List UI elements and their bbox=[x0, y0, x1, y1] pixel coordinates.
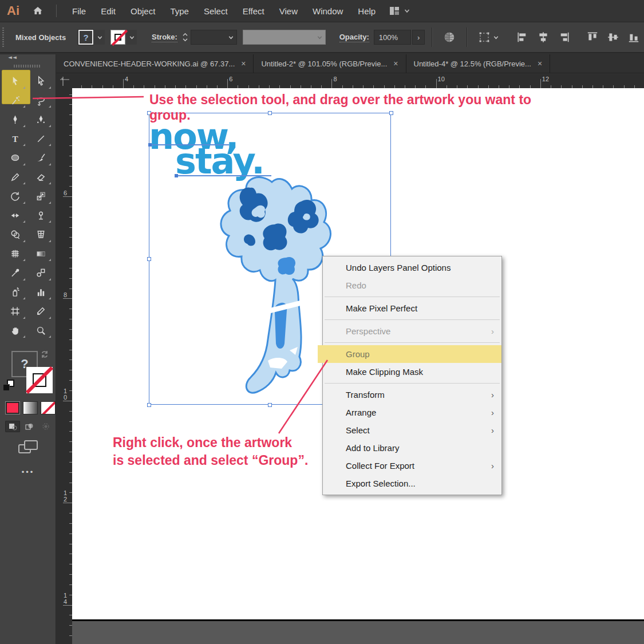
swap-fill-stroke-icon[interactable] bbox=[40, 350, 49, 359]
context-menu-item-add-to-library[interactable]: Add to Library bbox=[323, 439, 501, 457]
eraser-tool[interactable] bbox=[28, 168, 54, 187]
slice-tool[interactable] bbox=[28, 302, 54, 321]
opacity-expand-button[interactable]: › bbox=[412, 30, 425, 45]
document-tab[interactable]: CONVENIENCE-HEADER-WORKING.ai @ 67.37...… bbox=[56, 54, 254, 73]
pen-tool[interactable] bbox=[2, 110, 28, 129]
menubar-item-file[interactable]: File bbox=[65, 0, 93, 22]
fill-swatch[interactable]: ? bbox=[78, 30, 93, 45]
context-menu-item-undo-layers-panel-options[interactable]: Undo Layers Panel Options bbox=[323, 259, 501, 276]
tab-close-icon[interactable]: × bbox=[241, 59, 246, 68]
magic-wand-tool[interactable] bbox=[2, 91, 28, 110]
align-h-center-icon[interactable] bbox=[533, 26, 554, 49]
context-menu-item-arrange[interactable]: Arrange› bbox=[323, 404, 501, 421]
none-button[interactable] bbox=[41, 401, 56, 414]
menubar-item-window[interactable]: Window bbox=[305, 0, 350, 22]
document-setup-globe-icon[interactable] bbox=[439, 26, 460, 49]
opacity-input[interactable]: 100% bbox=[374, 30, 412, 45]
scale-tool[interactable] bbox=[28, 187, 54, 206]
selection-handle[interactable] bbox=[147, 257, 151, 261]
tab-close-icon[interactable]: × bbox=[393, 59, 398, 68]
tools-panel-grip[interactable] bbox=[14, 65, 41, 68]
menubar-item-view[interactable]: View bbox=[272, 0, 305, 22]
tab-close-icon[interactable]: × bbox=[538, 59, 542, 68]
context-menu-item-make-pixel-perfect[interactable]: Make Pixel Perfect bbox=[323, 299, 501, 317]
document-tab[interactable]: Untitled-4* @ 12.5% (RGB/Previe...× bbox=[406, 54, 551, 73]
selection-handle[interactable] bbox=[268, 403, 272, 407]
ellipse-tool[interactable] bbox=[2, 148, 28, 168]
ruler-tick bbox=[69, 544, 72, 544]
stroke-weight-dropdown[interactable] bbox=[191, 30, 237, 45]
fill-color-widget[interactable]: ? bbox=[78, 30, 105, 45]
rotate-tool[interactable] bbox=[2, 187, 28, 206]
default-fill-stroke-icon[interactable] bbox=[3, 380, 14, 391]
stroke-chevron-icon[interactable] bbox=[127, 30, 137, 45]
align-bottom-icon[interactable] bbox=[623, 26, 644, 49]
curvature-tool[interactable] bbox=[28, 110, 54, 129]
menubar-item-object[interactable]: Object bbox=[123, 0, 163, 22]
draw-behind-button[interactable] bbox=[22, 421, 37, 432]
context-menu-item-transform[interactable]: Transform› bbox=[323, 386, 501, 404]
zoom-tool[interactable] bbox=[28, 321, 54, 341]
ruler-tick bbox=[69, 114, 72, 115]
ruler-tick bbox=[69, 207, 72, 207]
gradient-button[interactable] bbox=[23, 401, 38, 414]
gradient-tool[interactable] bbox=[28, 244, 54, 264]
pencil-tool[interactable] bbox=[2, 168, 28, 187]
workspace-switcher-icon[interactable] bbox=[384, 0, 415, 22]
align-top-icon[interactable] bbox=[582, 26, 603, 49]
fill-chevron-icon[interactable] bbox=[94, 30, 105, 45]
puppet-warp-tool[interactable] bbox=[28, 206, 54, 226]
line-segment-tool[interactable] bbox=[28, 129, 54, 149]
context-menu-item-export-selection[interactable]: Export Selection... bbox=[323, 475, 501, 492]
symbol-sprayer-tool[interactable] bbox=[2, 283, 28, 302]
horizontal-ruler[interactable]: 468101214 bbox=[57, 74, 644, 88]
menubar-item-help[interactable]: Help bbox=[350, 0, 383, 22]
ruler-tick bbox=[69, 431, 72, 432]
document-tab[interactable]: Untitled-2* @ 101.05% (RGB/Previe...× bbox=[254, 54, 406, 73]
stroke-swatch[interactable] bbox=[110, 30, 125, 45]
blend-tool[interactable] bbox=[28, 263, 54, 283]
menubar-item-edit[interactable]: Edit bbox=[93, 0, 123, 22]
edit-toolbar-button[interactable]: ••• bbox=[0, 468, 56, 476]
perspective-grid-tool[interactable] bbox=[28, 225, 54, 244]
context-menu-item-select[interactable]: Select› bbox=[323, 421, 501, 439]
eyedropper-tool[interactable] bbox=[2, 263, 28, 283]
stroke-color-widget[interactable] bbox=[110, 30, 137, 45]
collapse-panel-button[interactable]: ◄◄ bbox=[8, 54, 17, 60]
home-icon[interactable] bbox=[27, 0, 48, 22]
ruler-origin-corner[interactable] bbox=[57, 74, 72, 88]
align-right-icon[interactable] bbox=[554, 26, 574, 49]
opacity-label[interactable]: Opacity: bbox=[339, 33, 369, 42]
selection-tool[interactable] bbox=[2, 72, 28, 91]
paintbrush-tool[interactable] bbox=[28, 148, 54, 168]
mesh-tool[interactable] bbox=[2, 244, 28, 264]
align-left-icon[interactable] bbox=[512, 26, 533, 49]
menubar-item-type[interactable]: Type bbox=[163, 0, 196, 22]
type-tool[interactable]: T bbox=[2, 129, 28, 149]
menubar-item-effect[interactable]: Effect bbox=[235, 0, 272, 22]
graph-tool[interactable] bbox=[28, 283, 54, 302]
draw-normal-button[interactable] bbox=[5, 421, 20, 432]
context-menu-item-make-clipping-mask[interactable]: Make Clipping Mask bbox=[323, 363, 501, 381]
vertical-ruler[interactable]: 68101214 bbox=[57, 74, 72, 644]
shape-builder-tool[interactable] bbox=[2, 225, 28, 244]
stroke-profile-dropdown bbox=[243, 30, 326, 45]
stroke-weight-stepper[interactable] bbox=[182, 33, 188, 42]
stroke-color-box[interactable] bbox=[26, 367, 53, 393]
context-menu-item-collect-for-export[interactable]: Collect For Export› bbox=[323, 457, 501, 475]
align-v-center-icon[interactable] bbox=[603, 26, 623, 49]
bounding-box-icon[interactable] bbox=[474, 26, 503, 49]
lasso-tool[interactable] bbox=[28, 91, 54, 110]
ruler-tick bbox=[69, 258, 72, 258]
color-fill-button[interactable] bbox=[5, 401, 20, 414]
context-menu-item-group[interactable]: Group bbox=[323, 345, 501, 363]
direct-selection-tool[interactable] bbox=[28, 72, 54, 91]
menubar-item-select[interactable]: Select bbox=[196, 0, 235, 22]
panel-grip[interactable] bbox=[2, 27, 4, 47]
selection-handle[interactable] bbox=[147, 403, 151, 407]
stroke-weight-label[interactable]: Stroke: bbox=[152, 33, 177, 42]
hand-tool[interactable] bbox=[2, 321, 28, 341]
change-screen-mode-icon[interactable] bbox=[17, 439, 39, 455]
width-tool[interactable] bbox=[2, 206, 28, 226]
artboard-tool[interactable] bbox=[2, 302, 28, 321]
